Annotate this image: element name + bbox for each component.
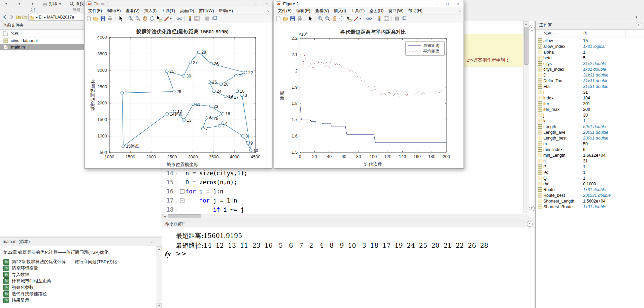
close-button[interactable]: × bbox=[453, 0, 464, 7]
script-section-item[interactable]: %迭代寻找最佳路径 bbox=[3, 291, 47, 297]
menu-item[interactable]: 工具(T) bbox=[159, 8, 177, 14]
menu-item[interactable]: 编辑(E) bbox=[104, 8, 123, 14]
menu-item[interactable]: 插入(I) bbox=[142, 8, 159, 14]
code-fold-icon[interactable]: − bbox=[180, 189, 184, 194]
menu-item[interactable]: 插入(I) bbox=[331, 8, 348, 14]
figure-window[interactable]: Figure 1–◻×文件(F)编辑(E)查看(V)插入(I)工具(T)桌面(D… bbox=[84, 0, 272, 168]
workspace-row[interactable]: Delta_Tau31x31 double bbox=[536, 78, 644, 84]
chevron-down-icon[interactable]: ▼ bbox=[5, 2, 8, 5]
script-section-item[interactable]: %初始化参数 bbox=[3, 284, 34, 290]
menu-item[interactable]: 文件(F) bbox=[275, 8, 294, 14]
forward-arrow-icon[interactable] bbox=[9, 14, 14, 20]
zoom-in-icon[interactable] bbox=[317, 16, 324, 22]
code-line[interactable]: 15-D = zeros(n,n); bbox=[162, 178, 237, 187]
legend-icon[interactable] bbox=[194, 16, 200, 22]
menu-item[interactable]: 查看(V) bbox=[123, 8, 142, 14]
workspace-row[interactable]: Length_ave200x1 double bbox=[536, 129, 644, 135]
chevron-down-icon[interactable]: ▼ bbox=[170, 18, 172, 20]
menu-overflow-icon[interactable]: ↘ bbox=[267, 9, 271, 12]
figure-canvas[interactable]: 0204060801001201401601802001.51.61.71.81… bbox=[274, 23, 463, 168]
scroll-up-icon[interactable]: ▲ bbox=[157, 246, 162, 251]
figure-titlebar[interactable]: Figure 1–◻× bbox=[84, 0, 272, 7]
legend-icon[interactable] bbox=[383, 16, 389, 22]
script-section-item[interactable]: %计算城市间相互距离 bbox=[3, 278, 51, 284]
workspace-row[interactable]: iter201 bbox=[536, 101, 644, 106]
back-arrow-icon[interactable] bbox=[2, 14, 8, 20]
command-window-body[interactable]: 最短距离:15601.9195 最短路径:14 12 13 11 23 16 5… bbox=[162, 227, 534, 308]
chevron-down-icon[interactable]: ▼ bbox=[635, 16, 638, 19]
cursor-icon[interactable] bbox=[117, 16, 124, 22]
command-window-header[interactable]: 命令行窗口 ▼ bbox=[162, 220, 537, 228]
new-file-icon[interactable] bbox=[275, 16, 281, 22]
scroll-down-icon[interactable]: ▼ bbox=[157, 303, 162, 308]
script-section-item[interactable]: %结果显示 bbox=[3, 297, 29, 303]
code-fold-icon[interactable]: − bbox=[180, 198, 184, 203]
up-folder-icon[interactable] bbox=[15, 14, 21, 20]
save-icon[interactable] bbox=[100, 16, 106, 22]
link-plot-icon[interactable] bbox=[176, 16, 182, 22]
data-cursor-icon[interactable] bbox=[346, 16, 352, 22]
workspace-row[interactable]: allow_index1x31 logical bbox=[536, 43, 644, 49]
workspace-row[interactable]: Eta31x31 double bbox=[536, 84, 644, 89]
pan-icon[interactable] bbox=[142, 16, 148, 22]
script-section-item[interactable]: %导入数据 bbox=[3, 272, 29, 278]
workspace-row[interactable]: Route_best200x31 double bbox=[536, 192, 644, 198]
chevron-down-icon[interactable]: ▼ bbox=[359, 18, 362, 20]
column-divider[interactable] bbox=[579, 30, 579, 37]
workspace-row[interactable]: Shortest_Length1.5602e+04 bbox=[536, 198, 644, 204]
workspace-row[interactable]: allow15 bbox=[536, 38, 644, 43]
rotate3d-icon[interactable] bbox=[339, 16, 345, 22]
workspace-row[interactable]: beta5 bbox=[536, 55, 644, 61]
zoom-in-icon[interactable] bbox=[128, 16, 134, 22]
link-plot-icon[interactable] bbox=[366, 16, 372, 22]
workspace-row[interactable]: min_Length1.6612e+04 bbox=[536, 152, 644, 158]
close-button[interactable]: × bbox=[261, 0, 272, 7]
workspace-row[interactable]: Length_best200x1 double bbox=[536, 135, 644, 141]
zoom-out-icon[interactable] bbox=[325, 16, 331, 22]
print-icon[interactable] bbox=[107, 16, 113, 22]
menu-item[interactable]: 桌面(D) bbox=[367, 8, 386, 14]
workspace-row[interactable]: citys31x2 double bbox=[536, 61, 644, 66]
brush-icon[interactable] bbox=[163, 16, 169, 22]
workspace-row[interactable]: citys_index1x31 double bbox=[536, 66, 644, 72]
dock-figure-icon[interactable] bbox=[211, 16, 217, 22]
menu-item[interactable]: 查看(V) bbox=[313, 8, 332, 14]
zoom-out-icon[interactable] bbox=[135, 16, 141, 22]
workspace-row[interactable]: n31 bbox=[536, 158, 644, 164]
script-panel-header[interactable]: main.m (脚本) ⌄ bbox=[0, 237, 162, 246]
menu-item[interactable]: 文件(F) bbox=[86, 8, 104, 14]
print-button[interactable]: 打印 ▼ bbox=[42, 1, 62, 7]
workspace-row[interactable]: i31 bbox=[536, 89, 644, 95]
collapse-panel-icon[interactable]: ▲ bbox=[529, 25, 535, 31]
figure-titlebar[interactable]: Figure 2–◻× bbox=[274, 0, 464, 7]
save-icon[interactable] bbox=[290, 16, 296, 22]
brush-icon[interactable] bbox=[353, 16, 359, 22]
collapse-panel-icon[interactable]: ▼ bbox=[529, 206, 535, 211]
chevron-down-icon[interactable]: ▼ bbox=[31, 2, 34, 5]
command-prompt[interactable]: >> bbox=[176, 250, 187, 257]
workspace-row[interactable]: Route1x31 double bbox=[536, 187, 644, 192]
dock-figure-icon[interactable] bbox=[401, 16, 407, 22]
workspace-row[interactable]: min_index6 bbox=[536, 147, 644, 152]
script-section-item[interactable]: %清空环境变量 bbox=[3, 265, 38, 271]
colorbar-icon[interactable] bbox=[376, 16, 382, 22]
maximize-button[interactable]: ◻ bbox=[442, 0, 453, 7]
collapse-panel-icon[interactable]: ▼ bbox=[636, 23, 641, 28]
menu-item[interactable]: 帮助(H) bbox=[216, 8, 235, 14]
workspace-row[interactable]: rho0.1000 bbox=[536, 181, 644, 187]
figure-canvas[interactable]: 1000150020002500300035004000450050010001… bbox=[85, 23, 272, 168]
menu-item[interactable]: 窗口(W) bbox=[196, 8, 216, 14]
dock-empty-icon[interactable] bbox=[204, 16, 210, 22]
workspace-row[interactable]: k1 bbox=[536, 118, 644, 124]
scroll-up-icon[interactable]: ▲ bbox=[523, 21, 529, 26]
cursor-icon[interactable] bbox=[307, 16, 313, 22]
code-line[interactable]: 14-n = size(citys,1); bbox=[162, 168, 247, 178]
open-folder-icon[interactable] bbox=[93, 16, 99, 22]
pan-icon[interactable] bbox=[332, 16, 338, 22]
workspace-row[interactable]: m50 bbox=[536, 141, 644, 147]
code-line[interactable]: 18- if i ~= j bbox=[162, 205, 244, 214]
workspace-row[interactable]: Q1 bbox=[536, 175, 644, 181]
dock-empty-icon[interactable] bbox=[394, 16, 400, 22]
code-line[interactable]: 16-−for i = 1:n bbox=[162, 187, 224, 196]
chevron-down-icon[interactable]: ▼ bbox=[18, 2, 21, 5]
